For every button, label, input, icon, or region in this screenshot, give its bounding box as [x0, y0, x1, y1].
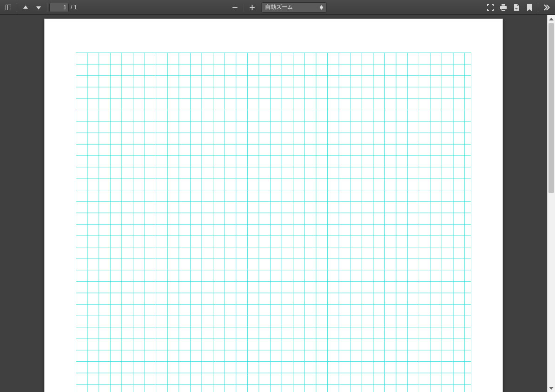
- presentation-mode-button[interactable]: [484, 1, 497, 14]
- zoom-in-button[interactable]: [246, 1, 259, 14]
- separator: [47, 3, 47, 12]
- tools-menu-button[interactable]: [540, 1, 553, 14]
- svg-rect-2: [250, 7, 255, 8]
- next-page-button[interactable]: [32, 1, 45, 14]
- sidebar-toggle-button[interactable]: [2, 1, 15, 14]
- separator: [244, 3, 244, 12]
- graph-paper-grid: [76, 53, 471, 392]
- bookmark-button[interactable]: [523, 1, 536, 14]
- select-chevrons-icon: [320, 5, 324, 10]
- page-number-input[interactable]: [49, 3, 69, 12]
- scroll-up-button[interactable]: [548, 15, 555, 23]
- separator: [17, 3, 17, 12]
- svg-rect-0: [232, 7, 238, 8]
- zoom-select-label: 自動ズーム: [265, 3, 293, 11]
- pdf-viewer[interactable]: [0, 15, 547, 392]
- zoom-select[interactable]: 自動ズーム: [262, 2, 327, 13]
- scrollbar-thumb[interactable]: [548, 23, 554, 193]
- download-button[interactable]: [510, 1, 523, 14]
- separator: [538, 3, 538, 12]
- page-total-label: / 1: [71, 4, 77, 11]
- pdf-page: [44, 19, 503, 392]
- vertical-scrollbar[interactable]: [547, 15, 555, 392]
- print-button[interactable]: [497, 1, 510, 14]
- scroll-down-button[interactable]: [548, 384, 555, 392]
- zoom-out-button[interactable]: [229, 1, 242, 14]
- pdf-toolbar: / 1 自動ズーム: [0, 0, 555, 15]
- previous-page-button[interactable]: [19, 1, 32, 14]
